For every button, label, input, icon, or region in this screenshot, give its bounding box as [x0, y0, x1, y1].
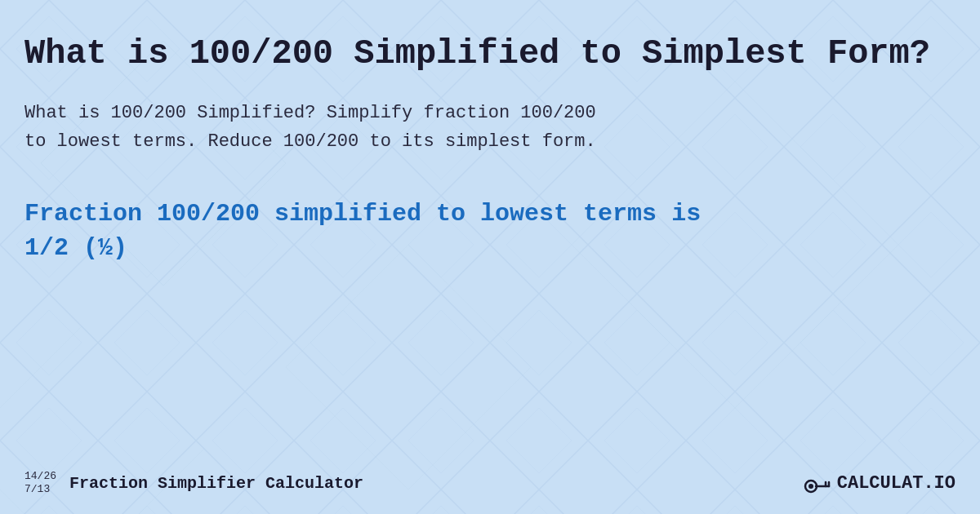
logo-icon — [803, 468, 832, 498]
result-line2: 1/2 (½) — [24, 231, 956, 265]
footer-brand: Fraction Simplifier Calculator — [69, 474, 363, 493]
result-section: Fraction 100/200 simplified to lowest te… — [24, 197, 956, 265]
footer-fractions: 14/26 7/13 — [24, 470, 56, 495]
fraction-top: 14/26 — [24, 470, 56, 483]
result-line1: Fraction 100/200 simplified to lowest te… — [24, 197, 956, 231]
footer: 14/26 7/13 Fraction Simplifier Calculato… — [24, 468, 956, 498]
page-title: What is 100/200 Simplified to Simplest F… — [24, 33, 956, 76]
svg-point-8 — [808, 484, 813, 489]
logo-text: CALCULAT.IO — [837, 473, 956, 494]
brand-name-text: Fraction Simplifier Calculator — [69, 474, 363, 493]
footer-logo: CALCULAT.IO — [803, 468, 956, 498]
description-text: What is 100/200 Simplified? Simplify fra… — [24, 99, 596, 156]
fraction-bottom: 7/13 — [24, 483, 56, 496]
